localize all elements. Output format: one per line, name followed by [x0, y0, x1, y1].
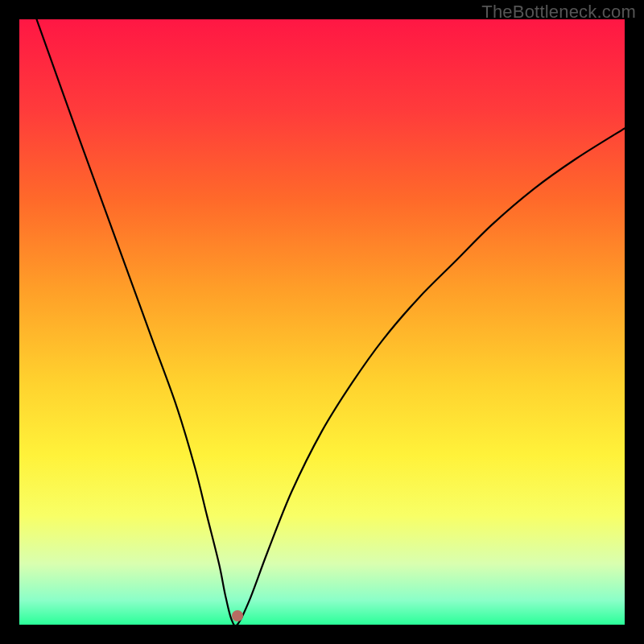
plot-area	[19, 19, 625, 625]
bottleneck-curve	[19, 19, 625, 625]
watermark-text: TheBottleneck.com	[481, 2, 636, 23]
optimal-point-marker	[232, 610, 243, 621]
chart-frame: TheBottleneck.com	[0, 0, 644, 644]
